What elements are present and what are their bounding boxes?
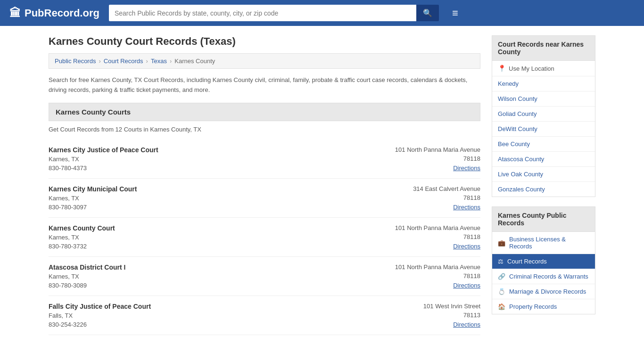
site-header: 🏛 PubRecord.org 🔍 ≡ xyxy=(0,0,644,26)
search-container: 🔍 xyxy=(109,5,439,21)
court-phone: 830-780-3732 xyxy=(49,243,386,250)
court-city: Karnes, TX xyxy=(49,195,386,202)
court-name: Karnes County Court xyxy=(49,224,386,232)
court-name: Karnes City Justice of Peace Court xyxy=(49,146,386,154)
court-address: 314 East Calvert Avenue 78118 Directions xyxy=(386,185,480,211)
court-city: Karnes, TX xyxy=(49,273,386,280)
court-address: 101 North Panna Maria Avenue 78118 Direc… xyxy=(386,146,480,172)
directions-link[interactable]: Directions xyxy=(453,204,480,211)
court-city: Karnes, TX xyxy=(49,156,386,163)
record-types-container: 💼 Business Licenses & Records ⚖ Court Re… xyxy=(492,232,595,314)
court-name: Atascosa District Court I xyxy=(49,263,386,271)
content-area: Karnes County Court Records (Texas) Publ… xyxy=(49,35,480,335)
record-type-item[interactable]: 🔗 Criminal Records & Warrants xyxy=(492,269,595,284)
location-icon: 📍 xyxy=(498,65,506,72)
record-type-label: Property Records xyxy=(509,303,557,310)
breadcrumb-sep-2: › xyxy=(146,58,148,65)
court-street: 101 North Panna Maria Avenue xyxy=(386,224,480,231)
search-input[interactable] xyxy=(109,5,416,21)
court-entry: Atascosa District Court I Karnes, TX 830… xyxy=(49,257,480,296)
record-type-item[interactable]: 💍 Marriage & Divorce Records xyxy=(492,284,595,299)
records-list: 💼 Business Licenses & Records ⚖ Court Re… xyxy=(492,232,595,314)
site-logo[interactable]: 🏛 PubRecord.org xyxy=(9,7,99,20)
record-type-icon: 💼 xyxy=(498,239,505,247)
sidebar: Court Records near Karnes County 📍 Use M… xyxy=(492,35,595,335)
page-description: Search for free Karnes County, TX Court … xyxy=(49,75,480,95)
court-entry: Karnes City Municipal Court Karnes, TX 8… xyxy=(49,179,480,218)
use-my-location[interactable]: 📍 Use My Location xyxy=(492,61,595,76)
court-info: Karnes County Court Karnes, TX 830-780-3… xyxy=(49,224,386,250)
record-type-icon: 🔗 xyxy=(498,273,505,280)
court-zip: 78118 xyxy=(386,155,480,162)
nearby-county-item[interactable]: Wilson County xyxy=(492,91,595,107)
courts-list: Karnes City Justice of Peace Court Karne… xyxy=(49,140,480,335)
breadcrumb-current: Karnes County xyxy=(174,58,215,65)
record-type-item[interactable]: 💼 Business Licenses & Records xyxy=(492,232,595,254)
directions-link[interactable]: Directions xyxy=(453,243,480,250)
menu-button[interactable]: ≡ xyxy=(452,7,458,19)
directions-link[interactable]: Directions xyxy=(453,165,480,172)
nearby-county-item[interactable]: Kenedy xyxy=(492,76,595,91)
breadcrumb: Public Records › Court Records › Texas ›… xyxy=(49,53,480,69)
court-entry: Karnes County Court Karnes, TX 830-780-3… xyxy=(49,218,480,257)
nearby-county-item[interactable]: Goliad County xyxy=(492,107,595,122)
court-zip: 78118 xyxy=(386,233,480,240)
breadcrumb-sep-3: › xyxy=(170,58,172,65)
court-phone: 830-254-3226 xyxy=(49,321,386,328)
court-entry: Karnes City Justice of Peace Court Karne… xyxy=(49,140,480,179)
courts-count: Get Court Records from 12 Courts in Karn… xyxy=(49,126,480,133)
court-zip: 78118 xyxy=(386,272,480,280)
breadcrumb-texas[interactable]: Texas xyxy=(151,58,167,65)
record-type-icon: 💍 xyxy=(498,288,505,295)
record-type-label: Court Records xyxy=(507,258,547,265)
breadcrumb-public-records[interactable]: Public Records xyxy=(55,58,96,65)
court-city: Karnes, TX xyxy=(49,234,386,241)
courts-section-header: Karnes County Courts xyxy=(49,103,480,121)
record-type-item[interactable]: ⚖ Court Records xyxy=(492,254,595,269)
record-type-item[interactable]: 🏠 Property Records xyxy=(492,299,595,314)
nearby-section-title: Court Records near Karnes County xyxy=(492,35,595,61)
court-address: 101 West Irvin Street 78113 Directions xyxy=(386,303,480,328)
nearby-county-item[interactable]: Live Oak County xyxy=(492,167,595,182)
breadcrumb-sep-1: › xyxy=(99,58,100,65)
page-title: Karnes County Court Records (Texas) xyxy=(49,35,480,48)
court-name: Falls City Justice of Peace Court xyxy=(49,303,386,310)
breadcrumb-court-records[interactable]: Court Records xyxy=(104,58,143,65)
court-address: 101 North Panna Maria Avenue 78118 Direc… xyxy=(386,224,480,250)
record-type-icon: 🏠 xyxy=(498,303,505,310)
nearby-county-item[interactable]: DeWitt County xyxy=(492,122,595,137)
court-street: 101 North Panna Maria Avenue xyxy=(386,263,480,271)
records-section-title: Karnes County Public Records xyxy=(492,206,595,232)
main-container: Karnes County Court Records (Texas) Publ… xyxy=(39,26,605,345)
court-name: Karnes City Municipal Court xyxy=(49,185,386,193)
court-info: Falls City Justice of Peace Court Falls,… xyxy=(49,303,386,328)
court-street: 101 North Panna Maria Avenue xyxy=(386,146,480,153)
court-street: 314 East Calvert Avenue xyxy=(386,185,480,192)
record-type-label: Business Licenses & Records xyxy=(509,236,589,250)
court-info: Karnes City Justice of Peace Court Karne… xyxy=(49,146,386,172)
court-city: Falls, TX xyxy=(49,312,386,319)
court-entry: Falls City Justice of Peace Court Falls,… xyxy=(49,296,480,335)
court-zip: 78113 xyxy=(386,312,480,319)
search-button[interactable]: 🔍 xyxy=(416,5,439,21)
court-street: 101 West Irvin Street xyxy=(386,303,480,310)
directions-link[interactable]: Directions xyxy=(453,282,480,289)
court-info: Karnes City Municipal Court Karnes, TX 8… xyxy=(49,185,386,211)
nearby-county-item[interactable]: Bee County xyxy=(492,137,595,152)
nearby-county-item[interactable]: Gonzales County xyxy=(492,182,595,197)
logo-text: PubRecord.org xyxy=(25,7,99,19)
court-phone: 830-780-3097 xyxy=(49,204,386,211)
nearby-county-item[interactable]: Atascosa County xyxy=(492,152,595,167)
court-info: Atascosa District Court I Karnes, TX 830… xyxy=(49,263,386,289)
logo-icon: 🏛 xyxy=(9,7,21,20)
court-phone: 830-780-3089 xyxy=(49,282,386,289)
court-phone: 830-780-4373 xyxy=(49,165,386,172)
court-zip: 78118 xyxy=(386,194,480,201)
record-type-label: Marriage & Divorce Records xyxy=(509,288,586,295)
directions-link[interactable]: Directions xyxy=(453,321,480,328)
nearby-counties-container: KenedyWilson CountyGoliad CountyDeWitt C… xyxy=(492,76,595,197)
record-type-label: Criminal Records & Warrants xyxy=(509,273,588,280)
nearby-list: 📍 Use My Location KenedyWilson CountyGol… xyxy=(492,61,595,197)
court-address: 101 North Panna Maria Avenue 78118 Direc… xyxy=(386,263,480,289)
record-type-icon: ⚖ xyxy=(498,258,504,265)
